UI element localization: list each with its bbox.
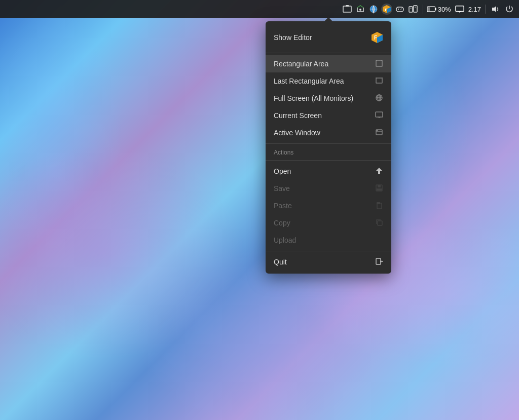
open-icon bbox=[375, 167, 383, 176]
flameshot-brand-icon: F bbox=[371, 31, 383, 44]
svg-rect-37 bbox=[376, 112, 383, 117]
taskbar: F 30% bbox=[0, 0, 519, 18]
svg-rect-0 bbox=[343, 6, 351, 12]
svg-marker-52 bbox=[382, 260, 383, 263]
svg-rect-18 bbox=[435, 8, 436, 11]
context-menu: Show Editor F Rectangular Area Last Rect… bbox=[266, 21, 391, 274]
show-editor-label: Show Editor bbox=[274, 33, 312, 42]
menu-item-show-editor[interactable]: Show Editor F bbox=[266, 24, 391, 51]
save-label: Save bbox=[274, 184, 290, 193]
svg-rect-46 bbox=[377, 188, 382, 190]
svg-rect-8 bbox=[396, 7, 403, 12]
power-icon[interactable] bbox=[504, 4, 515, 15]
menu-item-save[interactable]: Save bbox=[266, 180, 391, 197]
desktop-background bbox=[0, 0, 519, 420]
last-rectangular-label: Last Rectangular Area bbox=[274, 77, 344, 85]
menu-item-upload[interactable]: Upload bbox=[266, 232, 391, 249]
taskbar-system-tray: F bbox=[342, 4, 419, 15]
svg-rect-14 bbox=[414, 6, 417, 12]
svg-rect-20 bbox=[456, 6, 464, 12]
separator-4 bbox=[266, 251, 391, 251]
svg-marker-43 bbox=[376, 168, 382, 174]
volume-icon[interactable] bbox=[490, 4, 501, 15]
paste-label: Paste bbox=[274, 202, 292, 210]
svg-text:F: F bbox=[374, 35, 377, 41]
monitor-icon bbox=[454, 4, 465, 15]
gamepad-tray-icon[interactable] bbox=[394, 4, 405, 15]
svg-rect-50 bbox=[376, 258, 381, 264]
svg-point-42 bbox=[377, 130, 378, 131]
taskbar-divider-1 bbox=[423, 5, 423, 14]
quit-label: Quit bbox=[274, 258, 287, 266]
menu-item-last-rectangular[interactable]: Last Rectangular Area bbox=[266, 72, 391, 90]
screenshot-tray-icon[interactable] bbox=[342, 4, 353, 15]
menu-item-rectangular-area[interactable]: Rectangular Area bbox=[266, 55, 391, 72]
svg-rect-19 bbox=[428, 7, 430, 11]
svg-point-2 bbox=[359, 9, 361, 11]
menu-item-fullscreen[interactable]: Full Screen (All Monitors) bbox=[266, 90, 391, 107]
battery-percent: 30% bbox=[438, 6, 451, 13]
open-label: Open bbox=[274, 167, 291, 175]
menu-item-active-window[interactable]: Active Window bbox=[266, 124, 391, 141]
globe-tray-icon[interactable] bbox=[368, 4, 379, 15]
menu-item-open[interactable]: Open bbox=[266, 163, 391, 180]
rectangular-area-label: Rectangular Area bbox=[274, 60, 328, 68]
svg-point-11 bbox=[401, 9, 402, 10]
svg-rect-13 bbox=[409, 7, 413, 12]
separator-1 bbox=[266, 53, 391, 53]
separator-3 bbox=[266, 160, 391, 161]
fullscreen-icon bbox=[375, 94, 383, 103]
copy-icon bbox=[375, 218, 383, 228]
svg-point-12 bbox=[400, 9, 401, 10]
last-rectangular-icon bbox=[375, 77, 383, 86]
upload-label: Upload bbox=[274, 236, 296, 244]
clock: 2.17 bbox=[468, 6, 481, 13]
quit-icon bbox=[375, 257, 383, 267]
current-screen-icon bbox=[375, 111, 383, 121]
separator-2 bbox=[266, 143, 391, 144]
paste-icon bbox=[375, 201, 383, 211]
taskbar-divider-2 bbox=[485, 5, 486, 14]
fullscreen-label: Full Screen (All Monitors) bbox=[274, 94, 353, 102]
battery-indicator: 30% bbox=[427, 4, 451, 15]
save-icon bbox=[375, 184, 383, 194]
rectangular-area-icon bbox=[375, 59, 383, 69]
files-tray-icon[interactable] bbox=[407, 4, 419, 15]
svg-marker-23 bbox=[492, 6, 496, 12]
svg-rect-49 bbox=[378, 221, 382, 225]
svg-rect-48 bbox=[377, 202, 380, 204]
current-screen-label: Current Screen bbox=[274, 111, 322, 120]
active-window-icon bbox=[375, 128, 383, 138]
menu-item-paste[interactable]: Paste bbox=[266, 197, 391, 214]
active-window-label: Active Window bbox=[274, 129, 320, 137]
svg-text:F: F bbox=[385, 8, 387, 12]
search-tray-icon[interactable] bbox=[355, 4, 366, 15]
menu-item-current-screen[interactable]: Current Screen bbox=[266, 107, 391, 124]
menu-item-copy[interactable]: Copy bbox=[266, 214, 391, 232]
svg-rect-27 bbox=[376, 60, 382, 66]
svg-rect-1 bbox=[346, 5, 349, 7]
actions-section-label: Actions bbox=[266, 146, 391, 158]
copy-label: Copy bbox=[274, 219, 290, 227]
flameshot-tray-icon[interactable]: F bbox=[381, 4, 392, 15]
svg-rect-30 bbox=[376, 78, 382, 83]
svg-rect-45 bbox=[378, 185, 381, 187]
menu-item-quit[interactable]: Quit bbox=[266, 253, 391, 271]
